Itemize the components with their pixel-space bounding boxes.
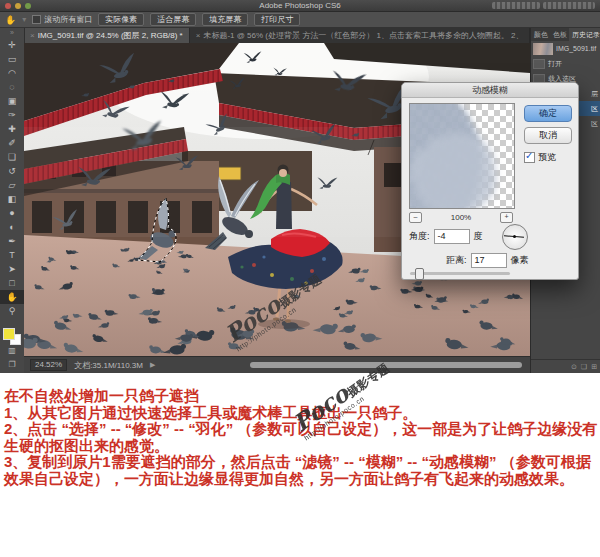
new-document-icon[interactable]: ❏	[581, 363, 587, 371]
notes-step-2: 2、点击 “选择” -- “修改” -- “羽化” （参数可以自己设定），这一部…	[4, 421, 598, 454]
path-select-tool[interactable]: ➤	[0, 262, 24, 276]
panel-tabs: 颜色 色板 历史记录	[531, 28, 600, 41]
eyedropper-tool[interactable]: ✑	[0, 108, 24, 122]
angle-input[interactable]: -4	[434, 229, 470, 244]
distance-row: 距离: 17 像素	[446, 253, 529, 268]
dialog-title[interactable]: 动感模糊	[402, 83, 578, 98]
zoom-tool[interactable]: ⚲	[0, 304, 24, 318]
checkbox-checked-icon	[524, 152, 535, 163]
distance-slider-thumb[interactable]	[415, 268, 424, 280]
new-snapshot-icon[interactable]: ⊙	[571, 363, 577, 371]
quick-selection-tool[interactable]: ◌	[0, 80, 24, 94]
preview-zoom-controls: – 100% +	[409, 212, 513, 223]
fill-screen-button[interactable]: 填充屏幕	[202, 13, 248, 26]
hand-tool[interactable]: ✋	[0, 290, 24, 304]
photoshop-window: Adobe Photoshop CS6 ✋ ▾ 滚动所有窗口 实际像素 适合屏幕…	[0, 0, 600, 373]
preview-checkbox[interactable]: 预览	[524, 151, 556, 164]
screen-mode-icon[interactable]: ❐	[0, 360, 24, 369]
move-tool[interactable]: ✛	[0, 38, 24, 52]
print-size-button[interactable]: 打印尺寸	[254, 13, 300, 26]
fit-screen-button[interactable]: 适合屏幕	[150, 13, 196, 26]
options-bar: ✋ ▾ 滚动所有窗口 实际像素 适合屏幕 填充屏幕 打印尺寸	[0, 12, 600, 28]
lasso-tool[interactable]: ◠	[0, 66, 24, 80]
snapshot-thumbnail	[533, 43, 553, 55]
history-snapshot-row[interactable]: IMG_5091.tif	[531, 41, 600, 56]
toolbox-collapse-icon[interactable]: »	[0, 28, 24, 38]
history-state-open[interactable]: 打开	[531, 56, 600, 71]
distance-slider-track[interactable]	[410, 272, 510, 275]
zoom-in-button[interactable]: +	[500, 212, 513, 223]
distance-unit: 像素	[511, 254, 529, 267]
angle-label: 角度:	[409, 230, 430, 243]
distance-label: 距离:	[446, 254, 467, 267]
delete-icon[interactable]: ⊞	[591, 363, 597, 371]
history-state-icon	[533, 59, 545, 69]
tab-img-5091[interactable]: × IMG_5091.tif @ 24.5% (图层 2, RGB/8) *	[24, 28, 190, 43]
title-bar: Adobe Photoshop CS6	[0, 0, 600, 12]
type-tool[interactable]: T	[0, 248, 24, 262]
healing-brush-tool[interactable]: ✚	[0, 122, 24, 136]
preview-zoom-level: 100%	[451, 213, 471, 222]
quick-mask-icon[interactable]: ▥	[0, 346, 24, 355]
notes-title: 在不自然处增加一只鸽子遮挡	[4, 388, 598, 405]
titlebar-watermark	[492, 2, 595, 9]
brush-tool[interactable]: ✐	[0, 136, 24, 150]
checkbox-icon	[32, 15, 41, 24]
eraser-tool[interactable]: ▱	[0, 178, 24, 192]
scroll-all-windows-label: 滚动所有窗口	[44, 14, 92, 25]
tutorial-notes: 在不自然处增加一只鸽子遮挡 1、从其它图片通过快速选择工具或魔术棒工具抠出一只鸽…	[4, 388, 598, 487]
blur-preview[interactable]	[409, 103, 515, 209]
dial-center	[513, 235, 516, 238]
dodge-tool[interactable]: ◐	[0, 220, 24, 234]
notes-step-3: 3、复制到原片1需要遮挡的部分，然后点击 “滤镜” -- “模糊” -- “动感…	[4, 454, 598, 487]
toolbox: » ✛▭◠◌▣✑✚✐❏↺▱◧●◐✒T➤□✋⚲ ▥ ❐	[0, 28, 25, 373]
cancel-button[interactable]: 取消	[524, 127, 572, 144]
tab-color[interactable]: 颜色	[531, 28, 550, 41]
actual-pixels-button[interactable]: 实际像素	[98, 13, 144, 26]
angle-dial[interactable]	[502, 224, 528, 250]
zoom-level-field[interactable]: 24.52%	[30, 359, 67, 371]
pen-tool[interactable]: ✒	[0, 234, 24, 248]
shape-tool[interactable]: □	[0, 276, 24, 290]
document-info: 文档:35.1M/110.3M	[74, 360, 143, 371]
angle-row: 角度: -4 度	[409, 229, 483, 244]
zoom-out-button[interactable]: –	[409, 212, 422, 223]
tab-history[interactable]: 历史记录	[569, 28, 600, 41]
status-options-arrow-icon[interactable]: ▶	[150, 361, 155, 369]
close-tab-icon[interactable]: ×	[30, 31, 35, 40]
scroll-all-windows-checkbox[interactable]: 滚动所有窗口	[32, 14, 92, 25]
tool-preset-arrow-icon[interactable]: ▾	[22, 15, 26, 24]
close-tab-icon[interactable]: ×	[196, 31, 201, 40]
hand-tool-icon: ✋	[5, 15, 16, 25]
horizontal-scrollbar[interactable]	[250, 362, 522, 368]
tab-untitled-1[interactable]: × 未标题-1 @ 56% (处理背景 方法一（红色部分） 1、点击套索工具将多…	[190, 28, 530, 43]
tab-swatches[interactable]: 色板	[550, 28, 569, 41]
panel-footer: ⊙ ❏ ⊞	[531, 359, 600, 373]
gradient-tool[interactable]: ◧	[0, 192, 24, 206]
blur-tool[interactable]: ●	[0, 206, 24, 220]
distance-input[interactable]: 17	[471, 253, 507, 268]
blurred-feather-preview	[412, 133, 495, 209]
foreground-color-swatch[interactable]	[3, 328, 15, 340]
angle-unit: 度	[474, 230, 483, 243]
document-tab-bar: × IMG_5091.tif @ 24.5% (图层 2, RGB/8) * ×…	[24, 28, 530, 44]
motion-blur-dialog: 动感模糊 – 100% + 确定 取消 预览 角度: -4 度 距离: 17 像…	[401, 82, 579, 280]
crop-tool[interactable]: ▣	[0, 94, 24, 108]
ok-button[interactable]: 确定	[524, 105, 572, 122]
marquee-tool[interactable]: ▭	[0, 52, 24, 66]
notes-step-1: 1、从其它图片通过快速选择工具或魔术棒工具抠出一只鸽子。	[4, 405, 598, 422]
history-brush-tool[interactable]: ↺	[0, 164, 24, 178]
clone-stamp-tool[interactable]: ❏	[0, 150, 24, 164]
